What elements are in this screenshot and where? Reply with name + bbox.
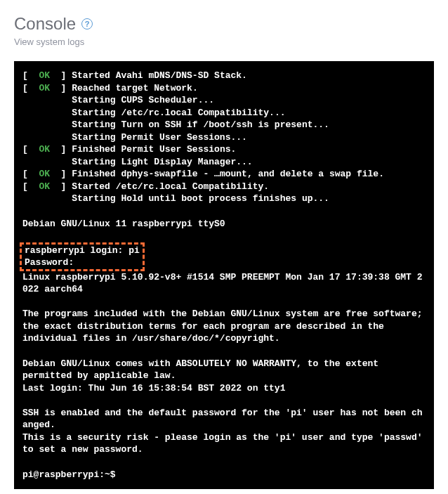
boot-line: Starting Turn on SSH if /boot/ssh is pre… [22, 119, 426, 131]
ssh-warning-1: SSH is enabled and the default password … [22, 408, 423, 431]
login-highlight: raspberrypi login: pi Password: [20, 242, 145, 271]
boot-line: Starting Hold until boot process finishe… [22, 193, 426, 205]
boot-line: Starting Permit User Sessions... [22, 131, 426, 144]
boot-line: [ OK ] Started /etc/rc.local Compatibili… [22, 181, 426, 193]
shell-prompt: pi@raspberrypi:~$ [22, 469, 116, 480]
help-icon[interactable]: ? [81, 18, 93, 30]
boot-line: [ OK ] Finished Permit User Sessions. [22, 143, 426, 156]
boot-line: [ OK ] Finished dphys-swapfile - …mount,… [22, 168, 426, 181]
console-header: Console ? [14, 14, 434, 34]
boot-line: [ OK ] Started Avahi mDNS/DNS-SD Stack. [22, 70, 426, 82]
ssh-warning-2: This is a security risk - please login a… [22, 432, 428, 455]
kernel-line: Linux raspberrypi 5.10.92-v8+ #1514 SMP … [22, 272, 423, 295]
view-logs-link[interactable]: View system logs [14, 37, 434, 47]
license-para: The programs included with the Debian GN… [22, 308, 423, 344]
boot-line: Starting CUPS Scheduler... [22, 94, 426, 107]
boot-line: Starting Light Display Manager... [22, 156, 426, 169]
boot-line: [ OK ] Reached target Network. [22, 82, 426, 95]
login-prompt: raspberrypi login: pi [25, 245, 140, 256]
terminal-output[interactable]: [ OK ] Started Avahi mDNS/DNS-SD Stack.[… [14, 61, 434, 489]
last-login: Last login: Thu Jun 16 15:38:54 BST 2022… [22, 383, 285, 394]
warranty-para: Debian GNU/Linux comes with ABSOLUTELY N… [22, 358, 378, 382]
os-banner: Debian GNU/Linux 11 raspberrypi ttyS0 [22, 219, 225, 229]
boot-line: Starting /etc/rc.local Compatibility... [22, 107, 426, 119]
page-title: Console [14, 14, 76, 34]
password-prompt: Password: [25, 257, 74, 268]
